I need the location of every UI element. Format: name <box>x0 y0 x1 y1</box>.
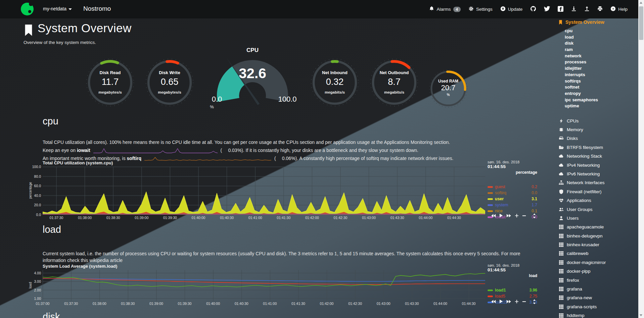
sidebar-item-softirqs[interactable]: softirqs <box>558 78 639 85</box>
sitemap-icon <box>558 180 564 186</box>
sidebar-item-memory[interactable]: Memory <box>558 125 639 134</box>
sidebar-item-label: binhex-krusader <box>567 242 599 247</box>
fast-forward-button[interactable] <box>506 300 511 304</box>
sidebar-item-idlejitter[interactable]: idlejitter <box>558 65 639 72</box>
browser-scrollbar[interactable] <box>638 0 644 318</box>
cpu-chart-plot[interactable] <box>43 167 485 215</box>
sidebar-item-ram[interactable]: ram <box>558 47 639 53</box>
gauge-cpu[interactable]: CPU 32.6 0.0 100.0 % <box>202 47 303 114</box>
sidebar-item-users[interactable]: Users <box>558 214 639 222</box>
sidebar-item-apacheguacamole[interactable]: apacheguacamole <box>558 223 639 231</box>
scrollbar-thumb[interactable] <box>639 6 643 40</box>
user-icon <box>558 215 564 221</box>
wikipedia-link[interactable]: wikipedia article <box>89 258 123 263</box>
export-button[interactable] <box>571 6 577 12</box>
sidebar-item-cpus[interactable]: CPUs <box>558 116 639 125</box>
cpu-chart-resize-handle[interactable] <box>533 213 536 218</box>
sidebar-item-disk[interactable]: disk <box>558 40 639 47</box>
sidebar-item-btrfs-filesystem[interactable]: BTRFS filesystem <box>558 143 639 152</box>
sidebar-item-grafana[interactable]: grafana <box>558 284 639 293</box>
caret-down-icon <box>68 8 72 10</box>
github-button[interactable] <box>530 6 536 13</box>
download-icon <box>571 6 577 12</box>
sidebar-item-grafana-scripts[interactable]: grafana-scripts <box>558 302 639 311</box>
zoom-in-button[interactable] <box>515 300 519 304</box>
gauge-value: 0.32 <box>310 77 360 87</box>
rewind-button[interactable] <box>491 300 496 304</box>
sidebar-item-load[interactable]: load <box>558 34 639 41</box>
sidebar-item-docker-magicmirror[interactable]: docker-magicmirror <box>558 258 639 267</box>
sidebar-item-ipc-semaphores[interactable]: ipc semaphores <box>558 97 639 103</box>
sidebar-item-calibreweb[interactable]: calibreweb <box>558 249 639 258</box>
netdata-logo[interactable] <box>21 3 34 15</box>
sidebar-item-hddtemp[interactable]: hddtemp <box>558 311 639 318</box>
sidebar-item-applications[interactable]: Applications <box>558 196 639 205</box>
sidebar-item-binhex-delugevpn[interactable]: binhex-delugevpn <box>558 231 639 240</box>
legend-swatch <box>488 198 493 200</box>
legend-row-user[interactable]: user3.1 <box>488 196 537 202</box>
sidebar-item-uptime[interactable]: uptime <box>558 103 639 109</box>
sidebar-item-label: Network Interfaces <box>567 180 605 185</box>
legend-row-softirq[interactable]: softirq0.0 <box>488 190 537 196</box>
gauge-used-ram[interactable]: Used RAM 20.7 % <box>428 69 468 108</box>
gauge-net-outbound[interactable]: Net Outbound 8.7 megabits/s <box>369 58 419 107</box>
legend-row-load5[interactable]: load52.75 <box>488 294 537 299</box>
sidebar-section-list: CPUsMemoryDisksBTRFS filesystemNetworkin… <box>558 116 639 318</box>
sidebar-item-interrupts[interactable]: interrupts <box>558 72 639 78</box>
sidebar-item-processes[interactable]: processes <box>558 59 639 65</box>
gauge-disk-write[interactable]: Disk Write 0.65 megabytes/s <box>145 58 194 107</box>
legend-unit: load <box>488 273 537 278</box>
sidebar-item-network[interactable]: network <box>558 53 639 59</box>
zoom-out-button[interactable] <box>522 300 526 304</box>
sidebar-item-ipv6-networking[interactable]: IPv6 Networking <box>558 169 639 178</box>
twitter-button[interactable] <box>544 6 550 12</box>
sidebar-item-firewall-netfilter-[interactable]: Firewall (netfilter) <box>558 187 639 196</box>
sidebar-sub-list: cpuloaddiskramnetworkprocessesidlejitter… <box>558 28 639 109</box>
sidebar-item-firefox[interactable]: firefox <box>558 276 639 284</box>
sidebar-item-ipv4-networking[interactable]: IPv4 Networking <box>558 161 639 169</box>
zoom-in-button[interactable] <box>515 214 519 218</box>
legend-row-guest[interactable]: guest0.2 <box>488 184 537 190</box>
import-button[interactable] <box>584 6 590 12</box>
fast-forward-button[interactable] <box>506 214 511 218</box>
play-button[interactable] <box>499 213 503 218</box>
scrollbar-down-arrow[interactable] <box>640 314 642 316</box>
gauge-net-inbound[interactable]: Net Inbound 0.32 megabits/s <box>310 58 360 107</box>
sidebar-item-docker-plpp[interactable]: docker-plpp <box>558 267 639 276</box>
legend-row-system[interactable]: system1.7 <box>488 202 537 208</box>
update-button[interactable]: Update <box>500 6 523 12</box>
help-button[interactable]: ? Help <box>610 6 628 12</box>
load-section-heading: load <box>43 224 61 235</box>
sidebar-item-entropy[interactable]: entropy <box>558 91 639 97</box>
scrollbar-up-arrow[interactable] <box>640 2 642 4</box>
sidebar-item-binhex-krusader[interactable]: binhex-krusader <box>558 240 639 249</box>
legend-unit: percentage <box>488 170 537 175</box>
settings-button[interactable]: Settings <box>468 6 493 12</box>
sidebar-item-user-groups[interactable]: User Groups <box>558 205 639 214</box>
facebook-button[interactable] <box>558 6 563 13</box>
sidebar-item-softnet[interactable]: softnet <box>558 84 639 91</box>
update-label: Update <box>508 7 523 12</box>
play-button[interactable] <box>499 299 503 304</box>
sidebar-item-cpu[interactable]: cpu <box>558 28 639 34</box>
hostname-dropdown[interactable]: my-netdata <box>43 6 72 11</box>
gauge-disk-read[interactable]: Disk Read 11.7 megabytes/s <box>85 58 135 107</box>
sidebar-item-disks[interactable]: Disks <box>558 134 639 143</box>
sidebar-item-grafana-new[interactable]: grafana-new <box>558 294 639 302</box>
alarms-button[interactable]: Alarms 4 <box>429 6 460 12</box>
sidebar-item-networking-stack[interactable]: Networking Stack <box>558 152 639 161</box>
x-tick-label: 01:40:30 <box>215 216 239 220</box>
cpu-desc-line1: Total CPU utilization (all cores). 100% … <box>43 138 450 146</box>
github-icon <box>530 6 536 13</box>
sidebar-item-label: User Groups <box>567 207 593 212</box>
legend-row-load1[interactable]: load13.96 <box>488 287 537 293</box>
grid-icon <box>558 224 564 230</box>
sidebar-item-system-overview[interactable]: System Overview <box>558 19 639 25</box>
load-chart-resize-handle[interactable] <box>533 299 536 304</box>
sidebar-item-network-interfaces[interactable]: Network Interfaces <box>558 178 639 187</box>
rewind-button[interactable] <box>491 214 496 218</box>
load-chart-plot[interactable] <box>43 270 485 301</box>
zoom-out-button[interactable] <box>522 214 526 218</box>
print-button[interactable] <box>597 6 603 12</box>
grid-icon <box>558 260 564 265</box>
